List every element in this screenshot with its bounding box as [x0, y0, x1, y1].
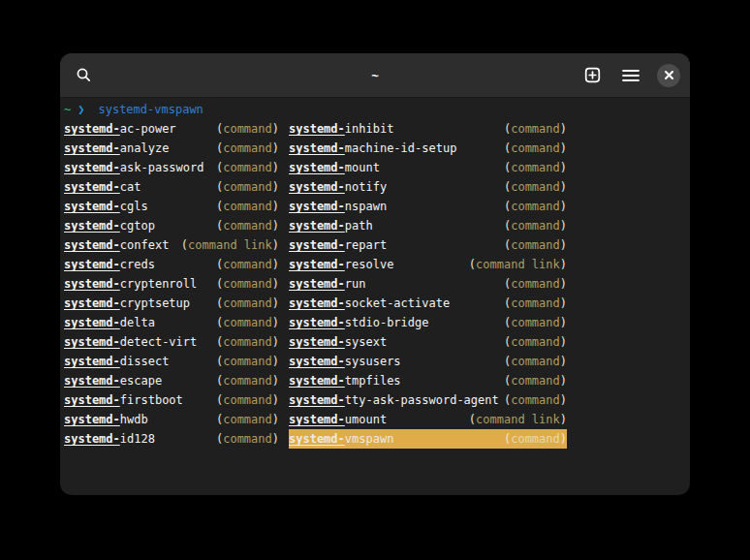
completion-item-name: systemd-path [289, 216, 373, 235]
shell-prompt: ~❯systemd-vmspawn [64, 100, 686, 119]
completion-item-systemd-cat: systemd-cat(command) [64, 177, 279, 197]
completion-item-name: systemd-sysext [289, 332, 387, 352]
completion-item-name: systemd-cgtop [64, 216, 155, 235]
completion-item-systemd-hwdb: systemd-hwdb(command) [64, 410, 279, 429]
completion-item-name: systemd-tty-ask-password-agent [289, 390, 499, 410]
completion-item-description: (command) [216, 197, 279, 216]
completion-item-name: systemd-firstboot [64, 390, 183, 410]
completion-item-name: systemd-repart [289, 235, 387, 255]
completion-item-systemd-inhibit: systemd-inhibit(command) [289, 119, 567, 139]
completion-item-systemd-sysext: systemd-sysext(command) [289, 332, 567, 352]
new-tab-button[interactable] [579, 63, 605, 88]
completion-item-systemd-cryptsetup: systemd-cryptsetup(command) [64, 294, 279, 313]
completion-item-systemd-escape: systemd-escape(command) [64, 371, 279, 390]
completion-item-description: (command) [504, 352, 567, 371]
completion-item-description: (command) [216, 274, 279, 294]
completion-item-systemd-cgls: systemd-cgls(command) [64, 197, 279, 216]
completion-item-systemd-run: systemd-run(command) [289, 274, 567, 294]
completion-item-name: systemd-nspawn [289, 197, 387, 216]
completion-item-description: (command link) [181, 235, 279, 255]
completion-item-name: systemd-stdio-bridge [289, 313, 429, 332]
completion-item-name: systemd-id128 [64, 429, 155, 449]
search-icon [76, 67, 92, 83]
completion-item-systemd-notify: systemd-notify(command) [289, 177, 567, 197]
completion-item-systemd-tmpfiles: systemd-tmpfiles(command) [289, 371, 567, 390]
titlebar-buttons [579, 63, 680, 88]
window-title: ~ [371, 68, 379, 82]
completion-item-systemd-vmspawn: systemd-vmspawn(command) [289, 429, 567, 449]
completion-item-description: (command) [216, 371, 279, 390]
completion-item-name: systemd-delta [64, 313, 155, 332]
titlebar[interactable]: ~ [60, 53, 690, 98]
close-icon [664, 70, 674, 80]
completion-item-systemd-repart: systemd-repart(command) [289, 235, 567, 255]
completion-item-description: (command) [216, 216, 279, 235]
completion-item-name: systemd-ask-password [64, 158, 204, 177]
completion-item-description: (command) [216, 158, 279, 177]
completion-item-systemd-id128: systemd-id128(command) [64, 429, 279, 449]
completion-item-systemd-cgtop: systemd-cgtop(command) [64, 216, 279, 235]
completion-item-description: (command) [504, 313, 567, 332]
terminal-content[interactable]: ~❯systemd-vmspawn systemd-ac-power(comma… [60, 98, 690, 495]
completion-item-description: (command) [216, 332, 279, 352]
completion-item-name: systemd-detect-virt [64, 332, 197, 352]
completion-item-name: systemd-hwdb [64, 410, 148, 429]
completion-item-name: systemd-cat [64, 177, 141, 197]
completion-item-description: (command) [216, 294, 279, 313]
completion-item-description: (command) [216, 410, 279, 429]
completion-item-name: systemd-cryptsetup [64, 294, 190, 313]
completion-item-name: systemd-umount [289, 410, 387, 429]
completion-item-systemd-ask-password: systemd-ask-password(command) [64, 158, 279, 177]
completion-item-description: (command) [504, 119, 567, 139]
completion-item-name: systemd-resolve [289, 255, 393, 274]
prompt-command: systemd-vmspawn [98, 103, 203, 116]
completion-item-description: (command) [504, 332, 567, 352]
completion-item-description: (command) [216, 313, 279, 332]
close-button[interactable] [657, 64, 680, 87]
completion-item-systemd-mount: systemd-mount(command) [289, 158, 567, 177]
completion-item-description: (command) [504, 274, 567, 294]
hamburger-menu-icon [622, 69, 640, 82]
completion-item-systemd-machine-id-setup: systemd-machine-id-setup(command) [289, 139, 567, 158]
completion-item-description: (command) [216, 390, 279, 410]
completion-item-systemd-cryptenroll: systemd-cryptenroll(command) [64, 274, 279, 294]
completion-item-description: (command) [504, 158, 567, 177]
completion-item-name: systemd-socket-activate [289, 294, 450, 313]
completion-item-systemd-creds: systemd-creds(command) [64, 255, 279, 274]
completion-grid: systemd-ac-power(command)systemd-analyze… [64, 119, 686, 449]
completion-item-description: (command link) [469, 410, 567, 429]
completion-item-systemd-ac-power: systemd-ac-power(command) [64, 119, 279, 139]
completion-item-description: (command) [216, 177, 279, 197]
new-tab-icon [584, 67, 601, 83]
menu-button[interactable] [618, 63, 643, 88]
completion-item-description: (command) [504, 139, 567, 158]
completion-item-description: (command) [504, 197, 567, 216]
completion-item-systemd-sysusers: systemd-sysusers(command) [289, 352, 567, 371]
completion-item-description: (command) [504, 216, 567, 235]
completion-item-description: (command link) [469, 255, 567, 274]
completion-item-description: (command) [504, 429, 567, 449]
completion-item-systemd-dissect: systemd-dissect(command) [64, 352, 279, 371]
completion-item-systemd-confext: systemd-confext(command link) [64, 235, 279, 255]
completion-item-name: systemd-notify [289, 177, 387, 197]
completion-item-name: systemd-confext [64, 235, 169, 255]
search-button[interactable] [71, 63, 96, 88]
completion-column-1: systemd-inhibit(command)systemd-machine-… [289, 119, 567, 449]
completion-item-name: systemd-analyze [64, 139, 169, 158]
completion-item-systemd-delta: systemd-delta(command) [64, 313, 279, 332]
prompt-arrow-icon: ❯ [78, 103, 84, 116]
completion-item-systemd-detect-virt: systemd-detect-virt(command) [64, 332, 279, 352]
completion-item-description: (command) [504, 235, 567, 255]
completion-item-name: systemd-cryptenroll [64, 274, 197, 294]
completion-item-description: (command) [216, 429, 279, 449]
prompt-cwd: ~ [64, 103, 71, 116]
completion-item-systemd-umount: systemd-umount(command link) [289, 410, 567, 429]
completion-item-name: systemd-escape [64, 371, 162, 390]
completion-item-description: (command) [504, 390, 567, 410]
completion-item-name: systemd-run [289, 274, 365, 294]
completion-item-description: (command) [216, 255, 279, 274]
completion-item-name: systemd-sysusers [289, 352, 401, 371]
desktop-background: { "titlebar": { "title": "~", "icons": {… [0, 0, 750, 560]
completion-item-systemd-tty-ask-password-agent: systemd-tty-ask-password-agent(command) [289, 390, 567, 410]
completion-item-description: (command) [216, 139, 279, 158]
